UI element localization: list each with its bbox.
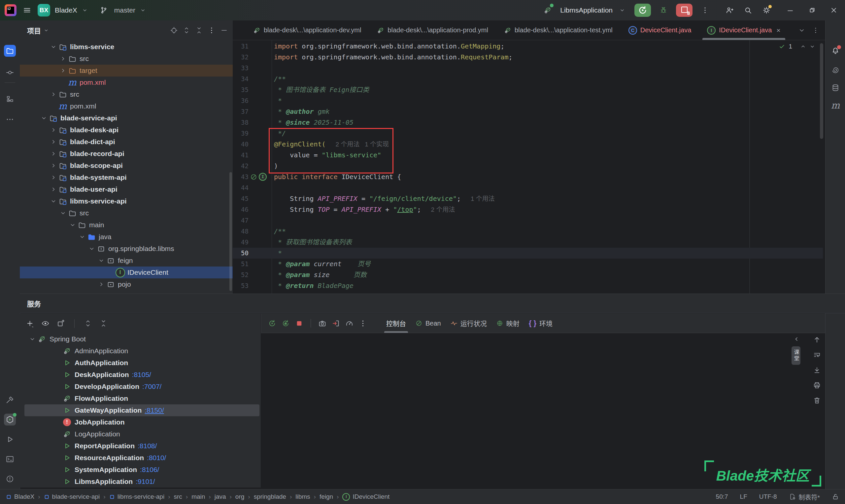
spring-bean-icon[interactable] — [250, 173, 258, 181]
code-line-45[interactable]: 45 String API_PREFIX = "/feign/client/de… — [233, 193, 823, 204]
window-minimize-button[interactable] — [784, 4, 796, 16]
code-line-51[interactable]: 51 * @param current 页号 — [233, 258, 823, 269]
service-item-JobApplication[interactable]: !JobApplication — [20, 416, 260, 428]
vertical-tab[interactable]: 课堂 — [792, 346, 800, 365]
services-panel-title[interactable]: 服务 — [27, 299, 41, 308]
tree-item-src[interactable]: src — [20, 53, 233, 65]
tree-item-blade-desk-api[interactable]: blade-desk-api — [20, 124, 233, 136]
tab-close-icon[interactable]: × — [776, 26, 780, 34]
tree-chevron-down-icon[interactable] — [50, 43, 57, 50]
tree-chevron-right-icon[interactable] — [50, 139, 57, 145]
caret-position[interactable]: 50:7 — [716, 493, 728, 500]
tree-item-blade-dict-api[interactable]: blade-dict-api — [20, 136, 233, 148]
console-softwrap-icon[interactable] — [813, 351, 821, 359]
commit-tool-button[interactable] — [4, 67, 16, 78]
console-gauge-icon[interactable] — [345, 319, 353, 327]
project-badge[interactable]: BX — [38, 4, 50, 17]
project-toolbar-expand-icon[interactable] — [182, 26, 191, 34]
tree-item-pojo[interactable]: pojo — [20, 278, 233, 290]
tab-list-chevron-icon[interactable] — [798, 27, 805, 34]
tree-chevron-right-icon[interactable] — [50, 186, 57, 193]
project-tree-scrollbar[interactable] — [229, 172, 232, 291]
tree-chevron-right-icon[interactable] — [50, 174, 57, 181]
breadcrumb-item-libms[interactable]: libms — [295, 493, 310, 500]
breadcrumb-item-feign[interactable]: feign — [319, 493, 333, 500]
breadcrumb-item-org[interactable]: org — [235, 493, 244, 500]
console-camera-icon[interactable] — [318, 319, 327, 327]
code-with-me-icon[interactable] — [723, 4, 735, 16]
console-tab-运行状况[interactable]: 运行状况 — [448, 314, 489, 333]
tree-item-pom-xml[interactable]: mpom.xml — [20, 76, 233, 88]
tree-chevron-right-icon[interactable] — [60, 55, 66, 62]
breadcrumb-item-main[interactable]: main — [191, 493, 205, 500]
code-line-31[interactable]: 31import org.springframework.web.bind.an… — [233, 41, 823, 52]
editor-tab-DeviceClient-java[interactable]: CDeviceClient.java — [620, 20, 700, 40]
project-toolbar-kebab-icon[interactable] — [208, 26, 215, 34]
service-port-link[interactable]: :8010/ — [147, 454, 166, 462]
tree-item-blade-record-api[interactable]: blade-record-api — [20, 148, 233, 160]
tree-item-blade-user-api[interactable]: blade-user-api — [20, 183, 233, 195]
code-line-38[interactable]: 38 * @since 2025-11-05 — [233, 117, 823, 128]
service-item-FlowApplication[interactable]: FlowApplication — [20, 393, 260, 404]
tree-chevron-right-icon[interactable] — [50, 162, 57, 169]
editor-tab-blade-desk-application-prod-yml[interactable]: blade-desk\...\application-prod.yml — [369, 20, 496, 40]
tree-item-pom-xml[interactable]: mpom.xml — [20, 100, 233, 112]
service-item-SystemApplication[interactable]: SystemApplication:8106/ — [20, 464, 260, 475]
editor-tab-IDeviceClient-java[interactable]: IIDeviceClient.java× — [699, 20, 788, 40]
tree-chevron-right-icon[interactable] — [98, 281, 105, 288]
tree-item-src[interactable]: src — [20, 207, 233, 219]
tree-chevron-down-icon[interactable] — [40, 115, 47, 121]
tree-chevron-down-icon[interactable] — [50, 198, 57, 204]
branch-chevron-down-icon[interactable] — [140, 7, 146, 13]
breadcrumb-item-src[interactable]: src — [174, 493, 182, 500]
service-item-AdminApplication[interactable]: AdminApplication — [20, 345, 260, 357]
service-port-link[interactable]: :8108/ — [138, 442, 157, 450]
tree-item-blade-scope-api[interactable]: blade-scope-api — [20, 160, 233, 172]
service-port-link[interactable]: :8106/ — [140, 466, 159, 474]
services-tool-button[interactable] — [4, 414, 16, 426]
tree-chevron-right-icon[interactable] — [50, 91, 57, 97]
git-branch-icon[interactable] — [98, 4, 110, 16]
breadcrumb-item-blade-service-api[interactable]: blade-service-api — [44, 493, 100, 500]
tree-item-src[interactable]: src — [20, 88, 233, 100]
tree-item-libms-service-api[interactable]: libms-service-api — [20, 195, 233, 207]
code-line-37[interactable]: 37 * @author gmk — [233, 106, 823, 117]
console-scrollend-icon[interactable] — [813, 366, 821, 374]
terminal-tool-button[interactable] — [4, 453, 16, 465]
breadcrumb-item-java[interactable]: java — [214, 493, 226, 500]
console-exit-icon[interactable] — [332, 319, 340, 327]
service-item-LibmsApplication[interactable]: LibmsApplication:9101/ — [20, 475, 260, 487]
prev-problem-icon[interactable] — [800, 43, 806, 50]
breadcrumb-item-BladeX[interactable]: BladeX — [6, 493, 34, 500]
tree-item-IDeviceClient[interactable]: IIDeviceClient — [20, 267, 233, 278]
code-line-47[interactable]: 47 — [233, 215, 823, 226]
code-line-32[interactable]: 32import org.springframework.web.bind.an… — [233, 52, 823, 63]
code-line-49[interactable]: 49 * 获取图书馆设备表列表 — [233, 237, 823, 248]
service-item-DevelopApplication[interactable]: DevelopApplication:7007/ — [20, 381, 260, 393]
editor-scrollbar[interactable] — [820, 43, 823, 139]
breadcrumb-item-libms-service-api[interactable]: libms-service-api — [109, 493, 165, 500]
project-panel-title[interactable]: 项目 — [27, 25, 49, 35]
service-item-ResourceApplication[interactable]: ResourceApplication:8010/ — [20, 452, 260, 464]
services-eye-icon[interactable] — [41, 319, 50, 327]
services-expand-icon[interactable] — [84, 319, 92, 327]
code-line-48[interactable]: 48/** — [233, 226, 823, 237]
breadcrumb-item-IDeviceClient[interactable]: IIDeviceClient — [342, 493, 389, 501]
service-item-AuthApplication[interactable]: AuthApplication — [20, 357, 260, 369]
debug-button[interactable] — [657, 4, 669, 16]
code-line-36[interactable]: 36 * — [233, 95, 823, 106]
tree-chevron-down-icon[interactable] — [79, 234, 86, 240]
more-actions-icon[interactable] — [699, 4, 711, 16]
run-button[interactable] — [634, 4, 651, 17]
service-port-link[interactable]: :8150/ — [145, 407, 164, 414]
main-menu-icon[interactable] — [21, 4, 33, 16]
service-item-ReportApplication[interactable]: ReportApplication:8108/ — [20, 440, 260, 452]
console-tab-Bean[interactable]: Bean — [413, 314, 443, 333]
window-restore-button[interactable] — [806, 4, 818, 16]
editor-tab-blade-desk-application-dev-yml[interactable]: blade-desk\...\application-dev.yml — [245, 20, 369, 40]
tree-item-main[interactable]: main — [20, 219, 233, 231]
collapse-toolbar-icon[interactable] — [793, 336, 800, 342]
services-plus-icon[interactable] — [26, 319, 34, 327]
tree-item-java[interactable]: java — [20, 231, 233, 243]
tree-chevron-down-icon[interactable] — [60, 210, 66, 216]
